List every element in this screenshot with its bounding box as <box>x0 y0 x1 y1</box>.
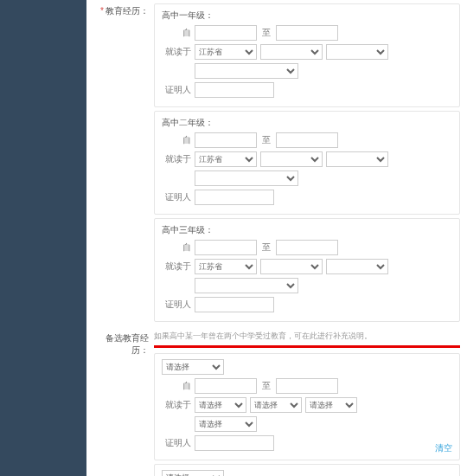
grade-block: 高中三年级：自至就读于江苏省证明人 <box>154 218 460 322</box>
text-input[interactable] <box>276 378 338 394</box>
select[interactable]: 江苏省 <box>195 259 257 274</box>
required-star: * <box>100 6 104 16</box>
study-at-label: 就读于 <box>162 46 191 58</box>
select[interactable] <box>326 259 388 274</box>
from-label: 自 <box>162 380 191 392</box>
alt-hint: 如果高中某一年曾在两个中学受过教育，可在此进行补充说明。 <box>154 331 460 342</box>
select[interactable] <box>326 44 388 60</box>
to-label: 至 <box>262 380 271 392</box>
select[interactable] <box>260 44 323 60</box>
text-input[interactable] <box>195 297 274 312</box>
grade-title: 高中二年级： <box>162 117 452 129</box>
from-label: 自 <box>162 134 191 146</box>
to-label: 至 <box>262 134 271 146</box>
witness-label: 证明人 <box>162 191 191 203</box>
select[interactable]: 请选择 <box>305 397 357 413</box>
grade-title: 高中三年级： <box>162 224 452 236</box>
select[interactable] <box>260 259 323 274</box>
select[interactable] <box>260 151 323 167</box>
alt-block: 请选择自至就读于请选择请选择请选择请选择证明人清空 <box>154 464 460 476</box>
select[interactable]: 江苏省 <box>195 44 257 60</box>
study-at-label: 就读于 <box>162 261 191 273</box>
study-at-label: 就读于 <box>162 399 191 411</box>
text-input[interactable] <box>195 435 274 451</box>
text-input[interactable] <box>195 240 257 255</box>
select[interactable] <box>195 278 298 293</box>
select[interactable]: 请选择 <box>162 359 224 375</box>
select[interactable]: 请选择 <box>195 397 246 413</box>
select[interactable]: 请选择 <box>250 397 302 413</box>
text-input[interactable] <box>195 190 274 205</box>
text-input[interactable] <box>195 378 257 394</box>
main-content: *教育经历： 高中一年级：自至就读于江苏省证明人高中二年级：自至就读于江苏省证明… <box>86 0 467 476</box>
edu-history-label: *教育经历： <box>93 3 154 325</box>
select[interactable]: 请选择 <box>162 470 224 476</box>
from-label: 自 <box>162 241 191 254</box>
to-label: 至 <box>262 27 271 39</box>
select[interactable] <box>195 170 298 186</box>
text-input[interactable] <box>195 82 274 98</box>
text-input[interactable] <box>276 25 338 41</box>
alt-block: 请选择自至就读于请选择请选择请选择请选择证明人清空 <box>154 353 460 460</box>
witness-label: 证明人 <box>162 84 191 96</box>
study-at-label: 就读于 <box>162 153 191 165</box>
grade-title: 高中一年级： <box>162 10 452 22</box>
select[interactable]: 江苏省 <box>195 151 257 167</box>
witness-label: 证明人 <box>162 437 191 449</box>
highlight-line <box>154 345 460 348</box>
witness-label: 证明人 <box>162 299 191 311</box>
text-input[interactable] <box>276 132 338 148</box>
grade-block: 高中二年级：自至就读于江苏省证明人 <box>154 111 460 215</box>
grade-block: 高中一年级：自至就读于江苏省证明人 <box>154 3 460 107</box>
sidebar <box>0 0 86 476</box>
select[interactable] <box>326 151 388 167</box>
alt-edu-history-label: 备选教育经历： <box>93 331 154 476</box>
text-input[interactable] <box>195 25 257 41</box>
text-input[interactable] <box>276 240 338 255</box>
clear-link[interactable]: 清空 <box>435 442 452 454</box>
select[interactable]: 请选择 <box>195 416 257 432</box>
select[interactable] <box>195 63 298 79</box>
to-label: 至 <box>262 241 271 254</box>
text-input[interactable] <box>195 132 257 148</box>
from-label: 自 <box>162 27 191 39</box>
